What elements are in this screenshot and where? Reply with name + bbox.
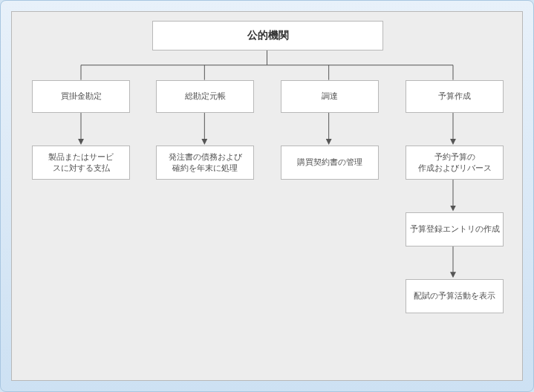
node-budget-step3: 配賦の予算活動を表示 — [406, 279, 504, 313]
node-general-ledger: 総勘定元帳 — [156, 80, 254, 113]
node-budget-step1: 予約予算の 作成およびリバース — [406, 146, 504, 180]
node-procurement: 調達 — [281, 80, 379, 113]
diagram-panel: 公的機関 買掛金勘定 総勘定元帳 調達 予算作成 製品またはサービ スに対する支… — [11, 11, 523, 381]
node-budgeting: 予算作成 — [406, 80, 504, 113]
outer-frame: 公的機関 買掛金勘定 総勘定元帳 調達 予算作成 製品またはサービ スに対する支… — [0, 0, 534, 392]
node-gl-step1: 発注書の債務および 確約を年末に処理 — [156, 146, 254, 180]
node-proc-step1: 購買契約書の管理 — [281, 146, 379, 180]
connector-lines — [12, 12, 522, 380]
node-accounts-payable: 買掛金勘定 — [32, 80, 130, 113]
node-root: 公的機関 — [152, 21, 383, 50]
node-ap-step1: 製品またはサービ スに対する支払 — [32, 146, 130, 180]
node-budget-step2: 予算登録エントリの作成 — [406, 212, 504, 246]
